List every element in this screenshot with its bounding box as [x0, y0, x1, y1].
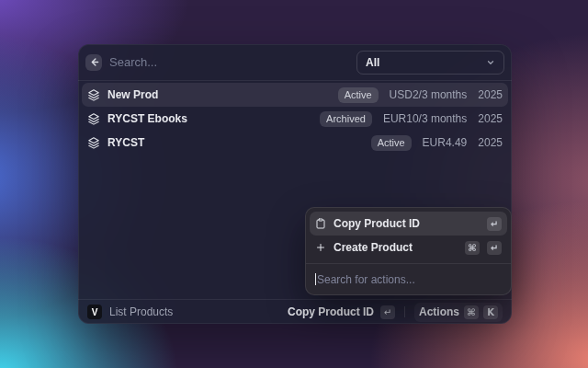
actions-search-placeholder: Search for actions... [317, 273, 415, 286]
product-price: USD2/3 months [390, 88, 468, 101]
product-title: RYCST Ebooks [107, 112, 187, 125]
product-price: EUR10/3 months [383, 112, 467, 125]
k-key-badge: K [483, 305, 498, 319]
text-cursor [315, 273, 316, 285]
primary-action-button[interactable]: Copy Product ID [288, 305, 374, 318]
status-bar: V List Products Copy Product ID ↵ Action… [78, 299, 512, 324]
command-palette-window: Search... All New Prod Active USD2/3 mon… [78, 44, 512, 324]
status-badge: Archived [320, 111, 372, 127]
product-row-rycst[interactable]: RYCST Active EUR4.49 2025 [82, 131, 508, 155]
layers-icon [87, 112, 100, 125]
arrow-left-icon [89, 57, 99, 67]
chevron-down-icon [486, 58, 495, 67]
actions-button[interactable]: Actions ⌘ K [414, 303, 503, 322]
actions-popup: Copy Product ID ↵ Create Product ⌘ ↵ Sea… [305, 207, 512, 295]
search-input[interactable]: Search... [107, 55, 351, 69]
footer-divider [404, 306, 405, 317]
product-year: 2025 [478, 112, 503, 125]
product-price: EUR4.49 [423, 136, 468, 149]
product-year: 2025 [478, 88, 503, 101]
action-item-copy-product-id[interactable]: Copy Product ID ↵ [310, 212, 507, 236]
action-item-create-product[interactable]: Create Product ⌘ ↵ [310, 236, 507, 259]
product-year: 2025 [478, 136, 503, 149]
clipboard-icon [315, 218, 326, 229]
popup-divider [306, 263, 511, 264]
action-item-label: Create Product [334, 241, 413, 254]
extension-logo-icon: V [87, 305, 102, 319]
command-key-badge: ⌘ [464, 305, 479, 319]
action-item-label: Copy Product ID [334, 217, 420, 230]
search-bar: Search... All [78, 44, 512, 80]
product-row-rycst-ebooks[interactable]: RYCST Ebooks Archived EUR10/3 months 202… [82, 107, 508, 131]
layers-icon [87, 88, 100, 101]
actions-search-input[interactable]: Search for actions... [310, 268, 507, 291]
plus-icon [315, 242, 326, 253]
return-key-badge: ↵ [487, 217, 502, 231]
return-key-badge: ↵ [487, 241, 502, 255]
filter-dropdown-value: All [366, 56, 379, 69]
product-row-new-prod[interactable]: New Prod Active USD2/3 months 2025 [82, 83, 508, 107]
command-key-badge: ⌘ [465, 241, 480, 255]
product-title: RYCST [107, 136, 144, 149]
command-name-label: List Products [109, 305, 173, 318]
filter-dropdown[interactable]: All [356, 51, 504, 75]
layers-icon [87, 136, 100, 149]
status-badge: Active [338, 87, 379, 103]
product-title: New Prod [107, 88, 158, 101]
back-button[interactable] [85, 54, 102, 71]
return-key-badge: ↵ [380, 305, 395, 319]
status-badge: Active [371, 135, 412, 151]
actions-button-label: Actions [419, 305, 459, 318]
